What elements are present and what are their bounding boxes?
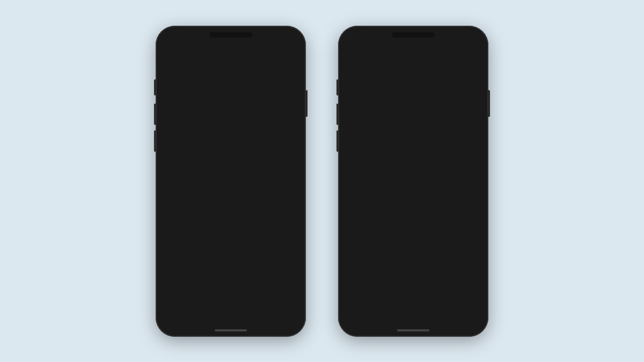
high-priority-toggle-left[interactable] xyxy=(274,159,294,171)
volume-down-button[interactable] xyxy=(154,130,156,152)
item-subtitle: Show previews of notifications at the to… xyxy=(167,162,268,175)
status-bar-left: 9:59 ▲ ▲ ▊ xyxy=(160,41,302,51)
list-item[interactable]: Light White xyxy=(160,122,302,148)
mute-button[interactable] xyxy=(154,79,156,95)
phone-right: 9:59 ▲ ▲ ▊ ← Notifications ⋮ Notificatio… xyxy=(338,26,488,337)
radio-option-adjust[interactable]: Adjust after each view The badge reflect… xyxy=(351,255,475,278)
volume-up-button-right[interactable] xyxy=(336,104,339,125)
app-bar-left: ← Notifications ⋮ xyxy=(160,51,302,69)
list-item[interactable]: Reaction Notifications Show notification… xyxy=(160,181,302,213)
wifi-icon: ▲ xyxy=(277,44,282,49)
phone-screen-right: 9:59 ▲ ▲ ▊ ← Notifications ⋮ Notificatio… xyxy=(342,41,484,326)
list-item[interactable]: Use high priority notifications Show pre… xyxy=(160,149,302,181)
list-item[interactable]: Vibrate Default xyxy=(160,253,302,279)
status-icons-left: ▲ ▲ ▊ xyxy=(277,44,294,49)
radio-circle-clear[interactable] xyxy=(351,286,361,295)
item-subtitle: Default (Flutey Phone) xyxy=(167,241,294,247)
item-subtitle: Default xyxy=(167,267,294,274)
item-title: Light xyxy=(167,128,294,136)
status-time-left: 9:59 xyxy=(167,44,177,49)
list-item[interactable]: Notification tone Default (Pixie Dust) xyxy=(160,70,302,95)
item-title: Notification tone xyxy=(167,75,294,83)
page-title-left: Notifications xyxy=(177,55,284,66)
radio-label-clear: Clear after opening app The badge clears… xyxy=(366,285,475,308)
mute-button-right[interactable] xyxy=(336,79,339,95)
sheet-title: Choose how your home screen badge count … xyxy=(351,226,475,247)
sheet-handle xyxy=(405,216,422,218)
list-item[interactable]: Home screen count Clear after opening ap… xyxy=(160,292,302,318)
phone-left: 9:59 ▲ ▲ ▊ ← Notifications ⋮ Notificatio… xyxy=(156,26,306,337)
radio-desc-clear: The badge clears completely after every … xyxy=(366,294,475,308)
item-text: Use high priority notifications Show pre… xyxy=(167,154,274,175)
reaction-toggle-left[interactable] xyxy=(274,191,294,203)
bottom-sheet: Choose how your home screen badge count … xyxy=(342,210,484,326)
radio-title-clear: Clear after opening app xyxy=(366,285,475,293)
item-title: Use high priority notifications xyxy=(167,154,268,162)
more-button-left[interactable]: ⋮ xyxy=(288,55,296,65)
power-button[interactable] xyxy=(305,90,308,117)
volume-down-button-right[interactable] xyxy=(336,130,339,152)
item-title: Ringtone xyxy=(167,232,294,240)
radio-desc-adjust: The badge reflects the number of unread … xyxy=(366,264,475,278)
item-subtitle: White xyxy=(167,136,294,143)
item-subtitle: Default (Pixie Dust) xyxy=(167,84,294,90)
list-item[interactable]: Ringtone Default (Flutey Phone) xyxy=(160,227,302,253)
radio-option-clear[interactable]: Clear after opening app The badge clears… xyxy=(351,285,475,308)
radio-label-adjust: Adjust after each view The badge reflect… xyxy=(366,255,475,278)
back-button-left[interactable]: ← xyxy=(165,55,174,65)
section-calls-left: Calls xyxy=(160,214,302,227)
item-title: Reaction Notifications xyxy=(167,187,268,195)
item-text: Reaction Notifications Show notification… xyxy=(167,187,274,208)
radio-circle-adjust[interactable] xyxy=(351,256,361,265)
item-title: Vibrate xyxy=(167,258,294,267)
item-subtitle: Show notifications for reactions to mess… xyxy=(167,195,268,208)
phone-screen-left: 9:59 ▲ ▲ ▊ ← Notifications ⋮ Notificatio… xyxy=(160,41,302,326)
item-title: Home screen count xyxy=(167,298,294,306)
settings-list-left: Notification tone Default (Pixie Dust) V… xyxy=(160,70,302,326)
item-subtitle: Clear after opening app xyxy=(167,306,294,313)
power-button-right[interactable] xyxy=(488,90,490,117)
signal-icon: ▲ xyxy=(284,44,289,49)
item-subtitle: Default xyxy=(167,110,294,116)
item-title: Vibrate xyxy=(167,101,294,109)
battery-icon: ▊ xyxy=(290,44,294,49)
list-item[interactable]: Vibrate Default xyxy=(160,96,302,122)
section-count-left: Notifications count xyxy=(160,279,302,292)
volume-up-button[interactable] xyxy=(154,104,156,125)
